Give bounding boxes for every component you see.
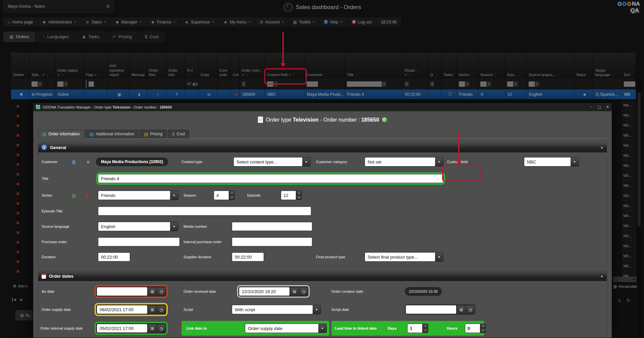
air-date-picker[interactable]: ⊞ ◷ (96, 286, 166, 297)
internal-supply-input[interactable] (97, 324, 147, 333)
supply-date-label: Order supply date (42, 308, 71, 312)
dialog-tab-label: Pricing (150, 132, 163, 136)
customer-category-select[interactable]: Not set (365, 157, 443, 166)
customer-person-icon[interactable]: ☻ (86, 160, 91, 164)
episode-stepper[interactable]: 12 (281, 191, 302, 200)
chevron-down-icon (435, 157, 443, 166)
internal-po-label: Internal purchase order (183, 240, 222, 244)
calendar-icon[interactable]: ⊞ (148, 324, 156, 332)
general-section-header[interactable]: i General ▲ (38, 142, 607, 152)
dialog-tab[interactable]: ▤ Additional information (85, 130, 139, 138)
clock-icon[interactable]: ◷ (157, 287, 165, 295)
chevron-down-icon (170, 191, 178, 200)
script-date-input[interactable] (406, 306, 456, 314)
dialog-tab[interactable]: ▤ Pricing (140, 130, 167, 138)
order-dialog: OOONA Translation Manager - Order type T… (33, 103, 612, 338)
script-select[interactable]: With script (232, 305, 321, 314)
content-type-select[interactable]: Select content type... (233, 157, 311, 166)
maximize-button[interactable]: ▢ (597, 105, 601, 109)
screen: Maya Ooona - Notes ⧉ Sales dashboard - O… (0, 0, 644, 338)
received-date-input[interactable] (239, 287, 289, 296)
document-icon (258, 117, 263, 123)
order-dates-section-header[interactable]: Order dates ▲ (38, 271, 607, 281)
step-up-icon (423, 324, 428, 328)
final-product-select[interactable]: Select final product type... (365, 252, 443, 262)
days-stepper[interactable]: 1 (407, 324, 428, 333)
internal-supply-picker[interactable]: ⊞ ◷ (96, 323, 166, 334)
step-up-icon (296, 191, 302, 195)
status-orb-icon (382, 117, 387, 122)
link-date-select[interactable]: Order supply date (245, 324, 327, 333)
customer-table-icon[interactable]: ▦ (72, 160, 76, 164)
custom-field-label: Custom field (447, 160, 468, 164)
media-number-input[interactable] (232, 222, 312, 231)
title-input[interactable] (98, 174, 443, 183)
step-down-icon (480, 328, 486, 333)
series-remove-icon[interactable]: ✖ (85, 193, 89, 198)
received-date-picker[interactable]: ⊞ ◷ (238, 286, 309, 297)
chevron-down-icon (302, 157, 311, 166)
step-up-icon (229, 191, 235, 195)
supplier-duration-input[interactable] (232, 253, 264, 262)
creation-date-value: 22/10/2020 19:28 (405, 287, 442, 296)
minimize-button[interactable]: − (590, 105, 592, 109)
source-language-select[interactable]: English (98, 222, 178, 231)
dialog-tab-label: Cost (177, 132, 185, 136)
order-dates-section: Order dates ▲ Air date ⊞ ◷ Order receive… (38, 271, 607, 338)
series-add-icon[interactable]: ▤ (72, 193, 76, 198)
dialog-tab[interactable]: $ Cost (168, 130, 189, 138)
supply-date-picker[interactable]: ⊞ ◷ (96, 305, 166, 315)
dialog-tab[interactable]: ▤ Order information (38, 130, 84, 139)
series-select[interactable]: Friends (98, 191, 178, 200)
dialog-tab-icon: $ (172, 132, 174, 136)
duration-input[interactable] (98, 253, 130, 262)
collapse-icon[interactable]: ▲ (600, 274, 603, 278)
episode-label: Episode (247, 193, 261, 197)
supply-date-input[interactable] (97, 306, 147, 314)
script-date-picker[interactable]: ⊞ ◷ (405, 305, 475, 315)
dialog-tab-label: Additional information (96, 132, 134, 136)
customer-value[interactable]: Maya Media Productions (32902) (96, 157, 168, 166)
internal-po-input[interactable] (232, 238, 312, 247)
section-title: Order dates (49, 274, 73, 279)
app-icon (36, 105, 40, 109)
dialog-title: OOONA Translation Manager - Order type T… (43, 105, 172, 109)
clock-icon[interactable]: ◷ (300, 287, 308, 295)
collapse-icon[interactable]: ▲ (600, 146, 603, 149)
season-stepper[interactable]: 4 (214, 191, 235, 200)
supplier-duration-label: Supplier duration (183, 255, 211, 259)
received-date-label: Order received date (183, 289, 216, 293)
calendar-icon[interactable]: ⊞ (148, 306, 156, 314)
customer-label: Customer (42, 160, 58, 164)
dialog-tab-icon: ▤ (42, 132, 46, 136)
clock-icon[interactable]: ◷ (157, 324, 165, 332)
hours-stepper[interactable]: 0 (465, 324, 486, 333)
info-icon: i (42, 145, 47, 150)
link-date-label: Link date to (186, 326, 207, 330)
purchase-order-input[interactable] (98, 238, 180, 247)
calendar-icon[interactable]: ⊞ (148, 287, 156, 295)
dialog-titlebar[interactable]: OOONA Translation Manager - Order type T… (33, 103, 612, 111)
air-date-input[interactable] (97, 287, 147, 296)
dialog-tab-label: Order information (48, 132, 79, 136)
link-date-panel: Link date to Order supply date (181, 321, 329, 336)
calendar-icon[interactable]: ⊞ (457, 306, 465, 314)
series-label: Series (42, 193, 52, 197)
dialog-tab-icon: ▤ (144, 132, 148, 136)
purchase-order-label: Purchase order (42, 240, 67, 244)
calendar-icon[interactable]: ⊞ (290, 287, 299, 295)
episode-title-input[interactable] (98, 207, 311, 216)
dialog-tab-bar: ▤ Order information ▤ Additional informa… (38, 130, 608, 139)
general-section: i General ▲ Customer ▦ ☻ Maya Media Prod… (38, 142, 607, 267)
step-up-icon (480, 324, 486, 328)
source-language-label: Source language (42, 224, 69, 228)
days-label: Days (388, 326, 396, 330)
custom-field-select[interactable]: NBC (524, 157, 579, 166)
title-label: Title (42, 177, 48, 181)
section-title: General (50, 145, 66, 150)
close-button[interactable]: ✕ (606, 105, 609, 109)
clock-icon[interactable]: ◷ (466, 306, 474, 314)
clock-icon[interactable]: ◷ (157, 306, 165, 314)
season-label: Season (183, 193, 196, 197)
step-down-icon (229, 195, 235, 200)
